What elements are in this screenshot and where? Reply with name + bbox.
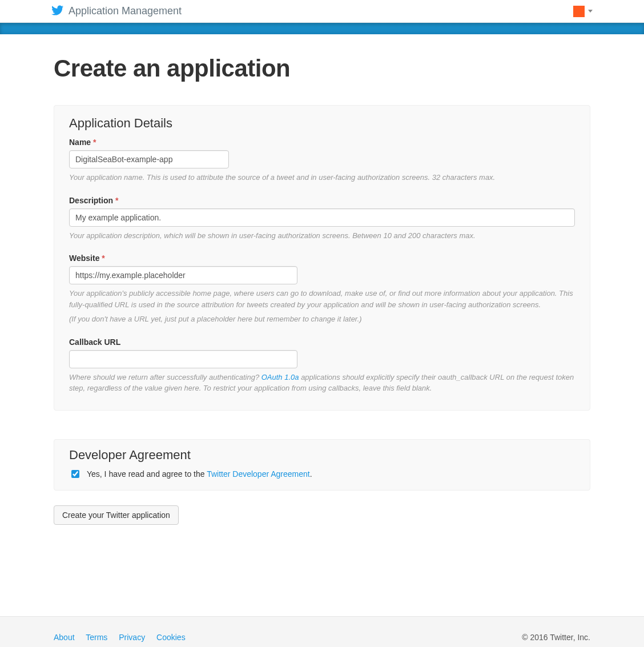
website-label: Website * [69, 254, 575, 263]
footer-terms-link[interactable]: Terms [86, 633, 107, 642]
description-input[interactable] [69, 208, 575, 227]
callback-help: Where should we return after successfull… [69, 372, 575, 394]
topbar: Application Management [0, 0, 644, 23]
chevron-down-icon [588, 10, 593, 13]
avatar [573, 6, 585, 17]
application-details-heading: Application Details [69, 116, 575, 131]
description-group: Description * Your application descripti… [69, 196, 575, 242]
footer-links: About Terms Privacy Cookies [54, 633, 195, 642]
accent-bar [0, 23, 644, 34]
footer-copyright: © 2016 Twitter, Inc. [522, 633, 590, 642]
agreement-text-post: . [310, 469, 312, 479]
website-label-text: Website [69, 254, 99, 263]
name-label: Name * [69, 138, 575, 147]
brand[interactable]: Application Management [51, 4, 182, 19]
required-mark: * [93, 138, 96, 147]
website-input[interactable] [69, 266, 297, 284]
required-mark: * [102, 254, 104, 263]
description-label: Description * [69, 196, 575, 205]
agreement-text-pre: Yes, I have read and agree to the [87, 469, 207, 479]
name-label-text: Name [69, 138, 91, 147]
user-menu[interactable] [573, 6, 593, 17]
footer: About Terms Privacy Cookies © 2016 Twitt… [0, 616, 644, 648]
website-help-1: Your application's publicly accessible h… [69, 288, 575, 310]
name-group: Name * Your application name. This is us… [69, 138, 575, 183]
create-application-button[interactable]: Create your Twitter application [54, 505, 179, 525]
brand-title: Application Management [69, 5, 182, 17]
callback-group: Callback URL Where should we return afte… [69, 337, 575, 394]
footer-privacy-link[interactable]: Privacy [119, 633, 145, 642]
description-label-text: Description [69, 196, 113, 205]
developer-agreement-link[interactable]: Twitter Developer Agreement [207, 469, 310, 479]
name-input[interactable] [69, 150, 229, 168]
footer-about-link[interactable]: About [54, 633, 75, 642]
website-group: Website * Your application's publicly ac… [69, 254, 575, 325]
callback-input[interactable] [69, 350, 297, 368]
description-help: Your application description, which will… [69, 230, 575, 242]
application-details-panel: Application Details Name * Your applicat… [54, 105, 590, 411]
twitter-logo-icon [51, 4, 64, 19]
required-mark: * [115, 196, 118, 205]
footer-cookies-link[interactable]: Cookies [156, 633, 186, 642]
page-title: Create an application [54, 55, 590, 82]
callback-label: Callback URL [69, 337, 575, 347]
developer-agreement-heading: Developer Agreement [69, 448, 575, 463]
name-help: Your application name. This is used to a… [69, 172, 575, 183]
developer-agreement-panel: Developer Agreement Yes, I have read and… [54, 439, 590, 491]
agreement-checkbox[interactable] [71, 470, 79, 478]
agreement-text: Yes, I have read and agree to the Twitte… [87, 469, 312, 479]
agreement-row[interactable]: Yes, I have read and agree to the Twitte… [69, 468, 575, 480]
callback-help-pre: Where should we return after successfull… [69, 373, 261, 381]
oauth-link[interactable]: OAuth 1.0a [261, 373, 299, 381]
website-help-2: (If you don't have a URL yet, just put a… [69, 314, 575, 325]
